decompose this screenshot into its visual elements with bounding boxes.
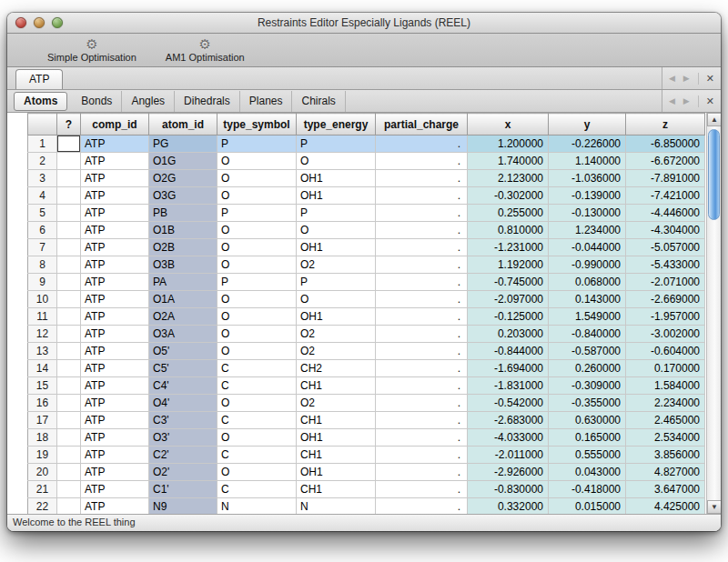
flag-cell[interactable]: [57, 447, 81, 464]
type-energy-cell[interactable]: P: [297, 205, 376, 222]
tab-bonds[interactable]: Bonds: [72, 91, 122, 112]
type-symbol-cell[interactable]: O: [217, 222, 297, 239]
y-cell[interactable]: 0.260000: [549, 360, 626, 377]
flag-cell[interactable]: [57, 395, 81, 412]
y-cell[interactable]: 1.140000: [549, 153, 626, 170]
partial-charge-cell[interactable]: .: [376, 429, 468, 447]
tab-atoms[interactable]: Atoms: [14, 92, 67, 111]
z-cell[interactable]: -7.891000: [626, 170, 705, 187]
comp-id-cell[interactable]: ATP: [81, 498, 149, 515]
partial-charge-cell[interactable]: .: [376, 135, 468, 153]
partial-charge-cell[interactable]: .: [376, 239, 468, 256]
comp-id-cell[interactable]: ATP: [81, 481, 149, 498]
z-cell[interactable]: 2.234000: [626, 395, 705, 412]
am1-optimisation-button[interactable]: ⚙ AM1 Optimisation: [160, 34, 250, 66]
x-cell[interactable]: -0.830000: [468, 481, 549, 498]
partial-charge-cell[interactable]: .: [376, 360, 468, 377]
partial-charge-cell[interactable]: .: [376, 291, 468, 308]
partial-charge-cell[interactable]: .: [376, 222, 468, 239]
comp-id-cell[interactable]: ATP: [81, 135, 149, 153]
type-energy-cell[interactable]: O: [297, 222, 376, 239]
z-cell[interactable]: 3.856000: [626, 447, 705, 464]
row-number[interactable]: 22: [28, 498, 57, 515]
sheet-close-icon[interactable]: ✕: [698, 95, 714, 107]
z-cell[interactable]: -7.421000: [626, 187, 705, 205]
atom-id-cell[interactable]: O1G: [149, 153, 217, 170]
atom-id-cell[interactable]: PG: [149, 135, 217, 153]
z-cell[interactable]: -5.057000: [626, 239, 705, 256]
comp-id-cell[interactable]: ATP: [81, 429, 149, 447]
tab-close-icon[interactable]: ✕: [698, 73, 714, 85]
flag-cell[interactable]: [57, 498, 81, 515]
row-number[interactable]: 9: [28, 274, 57, 291]
x-cell[interactable]: 1.192000: [468, 256, 549, 274]
atom-id-cell[interactable]: O4': [149, 395, 217, 412]
atom-id-cell[interactable]: O2A: [149, 308, 217, 326]
atom-id-cell[interactable]: O3A: [149, 326, 217, 343]
x-cell[interactable]: 1.200000: [468, 135, 549, 153]
row-number[interactable]: 1: [28, 135, 57, 153]
column-header-x[interactable]: x: [468, 114, 549, 135]
flag-cell[interactable]: [57, 429, 81, 447]
row-number[interactable]: 2: [28, 153, 57, 170]
row-number[interactable]: 15: [28, 377, 57, 395]
x-cell[interactable]: -4.033000: [468, 429, 549, 447]
flag-cell[interactable]: [57, 170, 81, 187]
y-cell[interactable]: -0.309000: [549, 377, 626, 395]
column-header-y[interactable]: y: [549, 114, 626, 135]
type-symbol-cell[interactable]: C: [217, 360, 297, 377]
atom-id-cell[interactable]: O2': [149, 464, 217, 481]
y-cell[interactable]: -0.418000: [549, 481, 626, 498]
x-cell[interactable]: -0.542000: [468, 395, 549, 412]
x-cell[interactable]: 0.810000: [468, 222, 549, 239]
x-cell[interactable]: -2.011000: [468, 447, 549, 464]
x-cell[interactable]: -1.694000: [468, 360, 549, 377]
type-energy-cell[interactable]: O: [297, 153, 376, 170]
simple-optimisation-button[interactable]: ⚙ Simple Optimisation: [42, 34, 142, 66]
type-energy-cell[interactable]: CH1: [297, 377, 376, 395]
type-energy-cell[interactable]: O: [297, 291, 376, 308]
column-header-z[interactable]: z: [626, 114, 705, 135]
y-cell[interactable]: -0.044000: [549, 239, 626, 256]
partial-charge-cell[interactable]: .: [376, 447, 468, 464]
type-symbol-cell[interactable]: O: [217, 395, 297, 412]
partial-charge-cell[interactable]: .: [376, 377, 468, 395]
y-cell[interactable]: 1.234000: [549, 222, 626, 239]
comp-id-cell[interactable]: ATP: [81, 412, 149, 429]
partial-charge-cell[interactable]: .: [376, 153, 468, 170]
type-symbol-cell[interactable]: C: [217, 481, 297, 498]
atom-id-cell[interactable]: C3': [149, 412, 217, 429]
x-cell[interactable]: -1.831000: [468, 377, 549, 395]
x-cell[interactable]: -0.125000: [468, 308, 549, 326]
type-symbol-cell[interactable]: O: [217, 326, 297, 343]
z-cell[interactable]: -4.446000: [626, 205, 705, 222]
z-cell[interactable]: 0.170000: [626, 360, 705, 377]
type-symbol-cell[interactable]: O: [217, 239, 297, 256]
y-cell[interactable]: 0.165000: [549, 429, 626, 447]
partial-charge-cell[interactable]: .: [376, 274, 468, 291]
type-energy-cell[interactable]: CH2: [297, 360, 376, 377]
partial-charge-cell[interactable]: .: [376, 205, 468, 222]
title-bar[interactable]: Restraints Editor Especially Ligands (RE…: [7, 13, 721, 34]
tab-angles[interactable]: Angles: [122, 91, 175, 112]
type-symbol-cell[interactable]: O: [217, 187, 297, 205]
type-symbol-cell[interactable]: P: [217, 274, 297, 291]
x-cell[interactable]: -2.683000: [468, 412, 549, 429]
y-cell[interactable]: -1.036000: [549, 170, 626, 187]
flag-cell[interactable]: [57, 412, 81, 429]
tab-scroll-left-icon[interactable]: ◀: [669, 74, 675, 83]
y-cell[interactable]: -0.587000: [549, 343, 626, 360]
row-number[interactable]: 14: [28, 360, 57, 377]
row-number[interactable]: 7: [28, 239, 57, 256]
comp-id-cell[interactable]: ATP: [81, 464, 149, 481]
x-cell[interactable]: 0.332000: [468, 498, 549, 515]
sheet-scroll-left-icon[interactable]: ◀: [669, 96, 675, 105]
z-cell[interactable]: 2.465000: [626, 412, 705, 429]
flag-cell[interactable]: [57, 291, 81, 308]
row-number[interactable]: 20: [28, 464, 57, 481]
type-symbol-cell[interactable]: O: [217, 291, 297, 308]
z-cell[interactable]: -4.304000: [626, 222, 705, 239]
flag-cell[interactable]: [57, 274, 81, 291]
tab-planes[interactable]: Planes: [240, 91, 293, 112]
type-symbol-cell[interactable]: O: [217, 153, 297, 170]
